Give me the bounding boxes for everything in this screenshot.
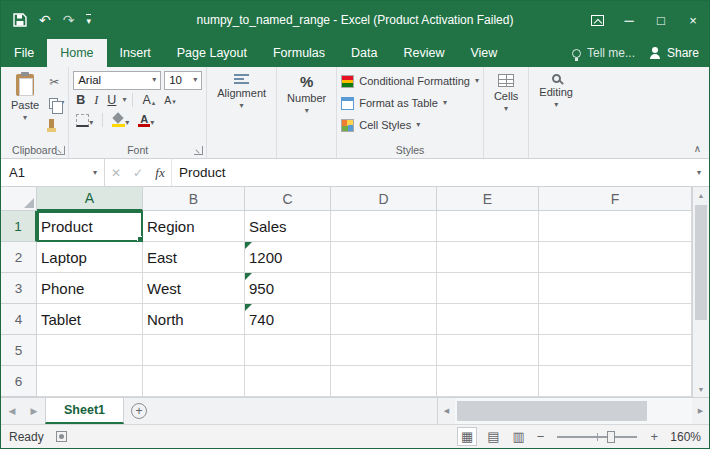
redo-button[interactable]: ↷ [63,12,75,28]
scroll-down-button[interactable]: ▼ [693,381,709,397]
cell-D6[interactable] [331,366,437,397]
row-header-6[interactable]: 6 [1,366,37,397]
cell-F4[interactable] [539,304,692,335]
zoom-slider-thumb[interactable] [607,431,615,443]
underline-dropdown-icon[interactable]: ▾ [122,96,126,104]
horizontal-scrollbar-track[interactable] [455,398,692,424]
cell-E1[interactable] [437,211,539,242]
alignment-button[interactable]: Alignment ▾ [211,70,272,114]
cell-F1[interactable] [539,211,692,242]
clipboard-dialog-launcher[interactable] [56,146,65,155]
format-as-table-button[interactable]: Format as Table ▾ [341,94,479,112]
share-button[interactable]: Share [649,46,699,60]
format-painter-button[interactable] [49,116,64,132]
scroll-left-button[interactable]: ◀ [438,398,455,424]
row-header-5[interactable]: 5 [1,335,37,366]
cell-D1[interactable] [331,211,437,242]
scroll-up-button[interactable]: ▲ [693,187,709,203]
cell-B3[interactable]: West [143,273,245,304]
tab-home[interactable]: Home [47,39,106,67]
name-box[interactable]: A1 ▾ [1,159,105,186]
font-name-select[interactable]: Arial ▾ [73,71,161,90]
cell-A6[interactable] [37,366,143,397]
cut-button[interactable]: ✂ [49,74,64,90]
row-header-1[interactable]: 1 [1,211,37,242]
scroll-right-button[interactable]: ▶ [692,398,709,424]
cell-E5[interactable] [437,335,539,366]
cell-F5[interactable] [539,335,692,366]
macro-record-icon[interactable] [56,431,67,442]
zoom-in-button[interactable]: + [648,429,660,444]
horizontal-scrollbar[interactable]: ◀ ▶ [437,398,709,424]
customize-qat-button[interactable]: ▾ [86,14,91,26]
tab-view[interactable]: View [457,39,510,67]
copy-button[interactable]: ▾ [49,95,64,111]
font-size-select[interactable]: 10 ▾ [164,71,202,90]
tab-insert[interactable]: Insert [107,39,164,67]
cell-C5[interactable] [245,335,331,366]
cells-button[interactable]: Cells ▾ [488,70,524,117]
cell-C4[interactable]: 740 [245,304,331,335]
cell-E6[interactable] [437,366,539,397]
cell-B6[interactable] [143,366,245,397]
cell-styles-button[interactable]: Cell Styles ▾ [341,116,479,134]
cell-F6[interactable] [539,366,692,397]
ribbon-display-options-button[interactable] [581,1,613,39]
editing-button[interactable]: Editing ▾ [533,70,579,113]
column-header-B[interactable]: B [143,187,245,211]
cell-D2[interactable] [331,242,437,273]
cell-A2[interactable]: Laptop [37,242,143,273]
cell-A5[interactable] [37,335,143,366]
cell-D4[interactable] [331,304,437,335]
cell-E3[interactable] [437,273,539,304]
cell-A4[interactable]: Tablet [37,304,143,335]
fill-color-button[interactable]: ▾ [109,114,132,127]
close-button[interactable]: × [677,1,709,39]
normal-view-button[interactable]: ▦ [457,427,477,446]
collapse-ribbon-button[interactable]: ∧ [694,143,701,154]
vertical-scrollbar-thumb[interactable] [695,205,707,320]
page-layout-view-button[interactable]: ▤ [484,428,502,445]
cell-C1[interactable]: Sales [245,211,331,242]
row-header-4[interactable]: 4 [1,304,37,335]
row-header-2[interactable]: 2 [1,242,37,273]
enter-entry-button[interactable]: ✓ [127,166,149,180]
bold-button[interactable]: B [73,93,88,107]
cell-B4[interactable]: North [143,304,245,335]
maximize-button[interactable]: □ [645,1,677,39]
font-dialog-launcher[interactable] [194,146,203,155]
sheet-tab-sheet1[interactable]: Sheet1 [45,398,124,424]
column-header-F[interactable]: F [539,187,692,211]
cell-C2[interactable]: 1200 [245,242,331,273]
tell-me-box[interactable]: Tell me... [572,46,635,60]
vertical-scrollbar[interactable]: ▲ ▼ [692,187,709,397]
tab-formulas[interactable]: Formulas [260,39,338,67]
increase-font-size-button[interactable]: A▴ [139,93,158,107]
font-color-button[interactable]: A ▾ [135,114,157,127]
sheet-nav-right-button[interactable]: ▶ [23,398,45,424]
cell-C3[interactable]: 950 [245,273,331,304]
cell-E2[interactable] [437,242,539,273]
horizontal-scrollbar-thumb[interactable] [457,401,647,421]
cell-D5[interactable] [331,335,437,366]
tab-data[interactable]: Data [338,39,390,67]
column-header-A[interactable]: A [37,187,143,211]
cell-A3[interactable]: Phone [37,273,143,304]
cell-F2[interactable] [539,242,692,273]
conditional-formatting-button[interactable]: Conditional Formatting ▾ [341,72,479,90]
number-format-button[interactable]: % Number ▾ [281,70,332,119]
decrease-font-size-button[interactable]: A▾ [161,94,179,106]
zoom-out-button[interactable]: − [535,429,547,444]
italic-button[interactable]: I [91,93,101,108]
cell-E4[interactable] [437,304,539,335]
cell-D3[interactable] [331,273,437,304]
cell-F3[interactable] [539,273,692,304]
cell-B5[interactable] [143,335,245,366]
zoom-slider[interactable] [557,436,637,438]
borders-button[interactable]: ▾ [73,114,96,127]
formula-input[interactable]: Product [172,159,689,186]
paste-button[interactable]: Paste ▾ [5,70,45,132]
row-header-3[interactable]: 3 [1,273,37,304]
fill-handle[interactable] [137,236,143,242]
save-button[interactable] [13,13,27,27]
